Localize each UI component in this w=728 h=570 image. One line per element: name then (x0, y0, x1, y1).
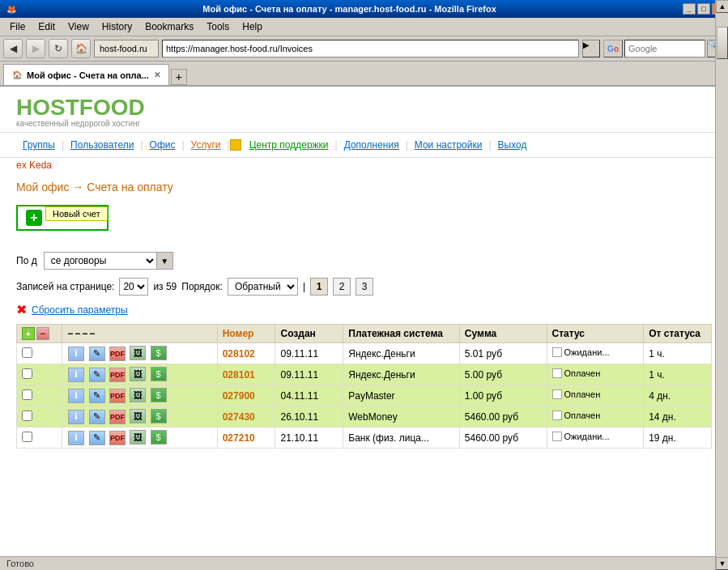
nav-settings[interactable]: Мои настройки (408, 138, 489, 152)
menu-help[interactable]: Help (236, 19, 269, 34)
nav-office[interactable]: Офис (143, 138, 182, 152)
edit-button[interactable]: ✎ (89, 431, 105, 445)
image-button[interactable]: 🖼 (130, 346, 146, 360)
active-tab[interactable]: 🏠 Мой офис - Счета на опла... ✕ (3, 64, 169, 85)
invoice-from-status: 14 дн. (644, 406, 712, 428)
menu-tools[interactable]: Tools (200, 19, 236, 34)
pdf-button[interactable]: PDF (109, 368, 126, 382)
nav-logout[interactable]: Выход (492, 138, 534, 152)
pdf-button[interactable]: PDF (109, 431, 126, 445)
nav-support[interactable]: Центр поддержки (243, 138, 335, 152)
menu-edit[interactable]: Edit (32, 19, 62, 34)
site-tagline: качественный недорогой хостинг (16, 119, 712, 128)
col-sum-header[interactable]: Сумма (459, 325, 547, 343)
order-label: Порядок: (181, 281, 223, 292)
new-tab-button[interactable]: + (171, 69, 187, 85)
menu-history[interactable]: History (96, 19, 138, 34)
info-button[interactable]: ℹ (68, 368, 84, 382)
status-text: Готово (6, 559, 34, 568)
status-indicator (552, 432, 562, 441)
row-checkbox[interactable] (22, 432, 32, 442)
invoice-system: Яндекс.Деньги (343, 364, 460, 385)
forward-button[interactable]: ▶ (26, 39, 45, 58)
tab-close-button[interactable]: ✕ (154, 70, 160, 79)
status-text-label: Оплачен (564, 410, 601, 420)
plus-icon: + (26, 210, 42, 226)
page-1-button[interactable]: 1 (310, 278, 328, 296)
menu-bar: File Edit View History Bookmarks Tools H… (0, 18, 728, 36)
pdf-button[interactable]: PDF (109, 389, 126, 403)
invoice-sum: 5.01 руб (459, 343, 547, 364)
info-button[interactable]: ℹ (68, 431, 84, 445)
go-button[interactable]: ▶ (582, 40, 600, 57)
menu-view[interactable]: View (62, 19, 96, 34)
pay-button[interactable]: $ (151, 409, 167, 423)
content-area: HOSTFOOD качественный недорогой хостинг … (0, 87, 728, 556)
page-2-button[interactable]: 2 (333, 278, 351, 296)
nav-users[interactable]: Пользователи (64, 138, 140, 152)
edit-button[interactable]: ✎ (89, 410, 105, 424)
invoice-date: 21.10.11 (275, 428, 343, 449)
image-button[interactable]: 🖼 (130, 388, 146, 402)
image-button[interactable]: 🖼 (130, 367, 146, 381)
col-system-header[interactable]: Платежная система (343, 325, 460, 343)
order-select[interactable]: Обратный (228, 278, 298, 296)
add-all-button[interactable]: + (22, 327, 35, 340)
pay-button[interactable]: $ (151, 367, 167, 381)
pay-button[interactable]: $ (151, 388, 167, 402)
reload-button[interactable]: ↻ (49, 39, 68, 58)
breadcrumb-parent[interactable]: Мой офис (16, 181, 69, 194)
back-button[interactable]: ◀ (3, 39, 23, 58)
filter-select[interactable]: се договоры (44, 252, 157, 270)
edit-button[interactable]: ✎ (89, 389, 105, 403)
pay-button[interactable]: $ (151, 430, 167, 445)
tabs-bar: 🏠 Мой офис - Счета на опла... ✕ + (0, 62, 728, 87)
url-input[interactable] (162, 40, 579, 57)
menu-bookmarks[interactable]: Bookmarks (138, 19, 200, 34)
remove-all-button[interactable]: − (36, 327, 49, 340)
reset-link[interactable]: Сбросить параметры (32, 304, 128, 316)
menu-file[interactable]: File (3, 19, 32, 34)
status-text-label: Оплачен (564, 368, 601, 378)
new-invoice-area: + Новый счет Новый счет (16, 205, 712, 240)
col-number-header[interactable]: Номер (217, 325, 275, 343)
status-text-label: Ожидани... (564, 432, 610, 441)
col-from-header[interactable]: От статуса (644, 325, 712, 343)
edit-button[interactable]: ✎ (89, 347, 105, 361)
nav-additions[interactable]: Дополнения (338, 138, 406, 152)
nav-groups[interactable]: Группы (16, 138, 62, 152)
row-checkbox[interactable] (22, 347, 32, 358)
search-engine-label: G o (603, 40, 623, 57)
row-checkbox[interactable] (22, 389, 32, 400)
reset-icon[interactable]: ✖ (16, 302, 27, 317)
row-checkbox[interactable] (22, 368, 32, 379)
info-button[interactable]: ℹ (68, 347, 84, 361)
image-button[interactable]: 🖼 (130, 430, 146, 445)
image-button[interactable]: 🖼 (130, 409, 146, 423)
pay-button[interactable]: $ (151, 346, 167, 360)
page-3-button[interactable]: 3 (355, 278, 373, 296)
dropdown-arrow-icon[interactable]: ▼ (157, 252, 173, 270)
col-date-header[interactable]: Создан (275, 325, 343, 343)
edit-button[interactable]: ✎ (89, 368, 105, 382)
search-input[interactable] (624, 40, 705, 57)
pdf-button[interactable]: PDF (109, 410, 126, 424)
pdf-button[interactable]: PDF (109, 347, 126, 361)
table-row: ℹ ✎ PDF 🖼 $ 028102 09.11.11 Яндекс.Деньг… (17, 343, 712, 364)
user-link[interactable]: ex Keda (16, 160, 52, 171)
minimize-button[interactable]: _ (683, 3, 696, 15)
maximize-button[interactable]: □ (697, 3, 710, 15)
home-button[interactable]: 🏠 (71, 39, 91, 58)
table-row: ℹ ✎ PDF 🖼 $ 027900 04.11.11 PayMaster 1.… (17, 385, 712, 406)
col-status-header[interactable]: Статус (547, 325, 644, 343)
row-checkbox[interactable] (22, 410, 32, 421)
info-button[interactable]: ℹ (68, 389, 84, 403)
user-bar: ex Keda (0, 158, 728, 172)
table-row: ℹ ✎ PDF 🖼 $ 027430 26.10.11 WebMoney 546… (17, 406, 712, 428)
records-per-page-select[interactable]: 20 (119, 278, 148, 296)
nav-services[interactable]: Услуги (185, 138, 228, 152)
status-indicator (552, 368, 562, 378)
row-checkbox-cell (17, 343, 62, 364)
info-button[interactable]: ℹ (68, 410, 84, 424)
scrollbar[interactable]: ▲ ▼ (715, 87, 728, 556)
